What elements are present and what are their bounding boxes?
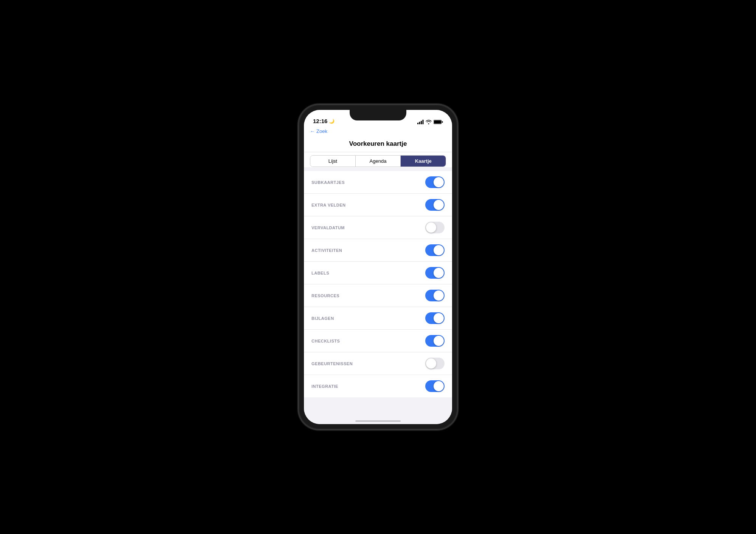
toggle-thumb-bijlagen — [434, 313, 444, 323]
svg-rect-2 — [421, 121, 422, 124]
setting-label-resources: RESOURCES — [311, 293, 339, 298]
svg-rect-5 — [434, 120, 441, 123]
setting-label-gebeurtenissen: GEBEURTENISSEN — [311, 361, 353, 366]
toggle-vervaldatum[interactable] — [425, 222, 445, 233]
toggle-gebeurtenissen[interactable] — [425, 358, 445, 369]
svg-rect-3 — [423, 120, 424, 124]
setting-row-integratie: INTEGRATIE — [304, 375, 452, 397]
notch — [350, 110, 406, 120]
setting-row-bijlagen: BIJLAGEN — [304, 307, 452, 330]
tab-agenda[interactable]: Agenda — [356, 156, 401, 167]
setting-label-extra_velden: EXTRA VELDEN — [311, 203, 346, 207]
setting-label-activiteiten: ACTIVITEITEN — [311, 248, 342, 253]
tab-lijst[interactable]: Lijst — [310, 156, 356, 167]
toggle-checklists[interactable] — [425, 335, 445, 347]
wifi-icon — [426, 120, 432, 124]
toggle-thumb-vervaldatum — [426, 222, 436, 233]
toggle-thumb-labels — [434, 268, 444, 278]
moon-icon: 🌙 — [329, 119, 335, 124]
page-title: Voorkeuren kaartje — [349, 140, 407, 148]
toggle-activiteiten[interactable] — [425, 244, 445, 256]
setting-row-subkaartjes: SUBKAARTJES — [304, 171, 452, 194]
setting-row-vervaldatum: VERVALDATUM — [304, 216, 452, 239]
phone-device: 12:16 🌙 — [299, 105, 457, 429]
setting-row-gebeurtenissen: GEBEURTENISSEN — [304, 352, 452, 375]
setting-row-labels: LABELS — [304, 262, 452, 284]
tab-segment: Lijst Agenda Kaartje — [310, 155, 446, 167]
setting-row-activiteiten: ACTIVITEITEN — [304, 239, 452, 262]
nav-header: Voorkeuren kaartje — [304, 136, 452, 152]
toggle-thumb-gebeurtenissen — [426, 358, 436, 369]
setting-label-vervaldatum: VERVALDATUM — [311, 225, 345, 230]
status-icons — [417, 120, 443, 124]
toggle-resources[interactable] — [425, 290, 445, 301]
back-arrow: ← — [310, 128, 315, 134]
toggle-bijlagen[interactable] — [425, 312, 445, 324]
toggle-extra_velden[interactable] — [425, 199, 445, 211]
setting-row-checklists: CHECKLISTS — [304, 330, 452, 352]
time-display: 12:16 — [313, 118, 327, 124]
setting-label-bijlagen: BIJLAGEN — [311, 316, 334, 321]
power-button[interactable] — [457, 176, 459, 203]
toggle-thumb-resources — [434, 290, 444, 301]
toggle-thumb-activiteiten — [434, 245, 444, 255]
signal-icon — [417, 120, 424, 124]
svg-rect-6 — [442, 121, 443, 123]
toggle-thumb-integratie — [434, 381, 444, 391]
tab-kaartje[interactable]: Kaartje — [401, 156, 446, 167]
toggle-labels[interactable] — [425, 267, 445, 279]
setting-label-subkaartjes: SUBKAARTJES — [311, 180, 345, 185]
phone-screen: 12:16 🌙 — [304, 110, 452, 424]
status-time: 12:16 🌙 — [313, 118, 335, 124]
setting-row-extra_velden: EXTRA VELDEN — [304, 194, 452, 216]
toggle-thumb-subkaartjes — [434, 177, 444, 187]
back-label: Zoek — [316, 128, 327, 134]
toggle-subkaartjes[interactable] — [425, 176, 445, 188]
back-button[interactable]: ← Zoek — [310, 128, 327, 134]
svg-rect-1 — [419, 122, 420, 125]
setting-row-resources: RESOURCES — [304, 284, 452, 307]
battery-icon — [434, 120, 443, 124]
content-area: SUBKAARTJESEXTRA VELDENVERVALDATUMACTIVI… — [304, 167, 452, 424]
setting-label-checklists: CHECKLISTS — [311, 339, 340, 343]
setting-label-integratie: INTEGRATIE — [311, 384, 338, 389]
setting-label-labels: LABELS — [311, 271, 329, 275]
toggle-thumb-checklists — [434, 336, 444, 346]
home-indicator — [355, 420, 401, 422]
toggle-thumb-extra_velden — [434, 200, 444, 210]
back-row: ← Zoek — [304, 127, 452, 136]
toggle-integratie[interactable] — [425, 380, 445, 392]
svg-rect-0 — [417, 123, 418, 124]
settings-section: SUBKAARTJESEXTRA VELDENVERVALDATUMACTIVI… — [304, 171, 452, 397]
